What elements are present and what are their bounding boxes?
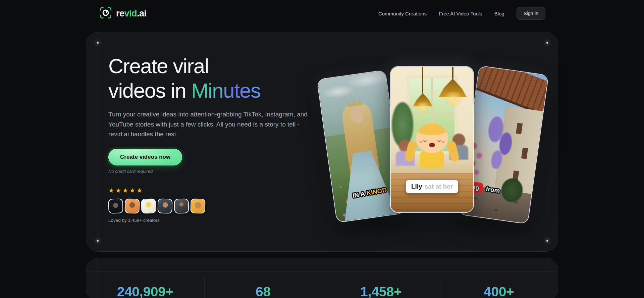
guide-line-right bbox=[547, 32, 547, 251]
logo-wordmark: revid.ai bbox=[116, 8, 147, 19]
camera-lens-icon bbox=[99, 6, 113, 21]
stat-value: 1,458+ bbox=[360, 284, 402, 298]
nav-community-creations[interactable]: Community Creations bbox=[378, 11, 427, 16]
card-art bbox=[414, 102, 432, 113]
nav-links: Community Creations Free AI Video Tools … bbox=[378, 7, 545, 20]
guide-dot bbox=[546, 42, 548, 44]
sign-in-button[interactable]: Sign in bbox=[517, 7, 545, 20]
create-videos-button[interactable]: Create videos now bbox=[108, 149, 182, 165]
stat-value: 400+ bbox=[484, 284, 514, 298]
creator-avatar bbox=[108, 198, 123, 213]
creator-avatar bbox=[190, 198, 205, 213]
guide-dot bbox=[97, 240, 99, 242]
hero-description: Turn your creative ideas into attention-… bbox=[108, 109, 316, 139]
nav-free-ai-video-tools[interactable]: Free AI Video Tools bbox=[439, 11, 482, 16]
five-star-rating: ★★★★★ bbox=[108, 187, 323, 194]
video-card-lily[interactable]: Lilysat at her bbox=[390, 66, 474, 213]
creator-avatar bbox=[124, 198, 140, 213]
stat-item: 400+ bbox=[440, 272, 558, 298]
revid-logo[interactable]: revid.ai bbox=[99, 6, 147, 21]
cartoon-girl bbox=[412, 123, 452, 168]
card-art bbox=[441, 92, 466, 106]
social-proof-text: Loved by 1,458+ creators bbox=[108, 218, 323, 223]
creator-avatar bbox=[174, 198, 189, 213]
stat-value: 68 bbox=[256, 284, 271, 298]
guide-line-left bbox=[98, 32, 98, 251]
stat-item: 68 bbox=[204, 272, 322, 298]
stats-section: 240,909+ 68 1,458+ 400+ bbox=[86, 258, 558, 298]
card-art bbox=[452, 67, 453, 79]
creator-avatar bbox=[141, 198, 156, 213]
creator-avatars bbox=[108, 199, 323, 213]
hero-section: Create viral videos in Minutes Turn your… bbox=[86, 32, 558, 252]
nav-blog[interactable]: Blog bbox=[494, 11, 504, 16]
no-credit-card-note: No credit card required bbox=[108, 169, 323, 174]
top-navigation-bar: revid.ai Community Creations Free AI Vid… bbox=[0, 0, 644, 27]
video-caption: Lilysat at her bbox=[406, 180, 458, 193]
hero-title: Create viral videos in Minutes bbox=[108, 54, 323, 103]
stat-item: 240,909+ bbox=[86, 272, 204, 298]
guide-dot bbox=[546, 240, 548, 242]
card-art bbox=[422, 67, 423, 93]
creator-avatar bbox=[157, 198, 172, 213]
stat-item: 1,458+ bbox=[322, 272, 440, 298]
revid-landing-page: revid.ai Community Creations Free AI Vid… bbox=[0, 0, 644, 298]
guide-dot bbox=[97, 42, 99, 44]
stat-value: 240,909+ bbox=[117, 284, 173, 298]
hero-title-gradient-word: Minutes bbox=[191, 79, 261, 102]
